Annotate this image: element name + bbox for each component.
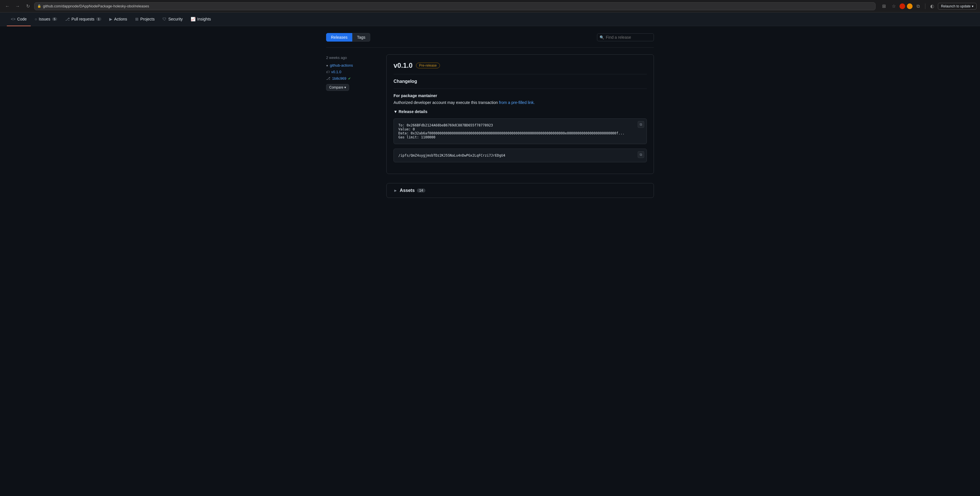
release-header-divider bbox=[393, 74, 647, 74]
nav-security[interactable]: 🛡 Security bbox=[159, 13, 187, 26]
github-icon: ● bbox=[326, 64, 328, 67]
pre-filled-link[interactable]: from a pre-filled link. bbox=[499, 100, 535, 105]
tab-group: Releases Tags bbox=[326, 33, 370, 41]
release-time: 2 weeks ago bbox=[326, 56, 377, 60]
find-release-input[interactable] bbox=[597, 33, 654, 41]
screen-icon[interactable]: ⊞ bbox=[880, 2, 888, 10]
commit-hash[interactable]: 1b8c969 bbox=[332, 76, 346, 81]
assets-header[interactable]: ► Assets 14 bbox=[393, 188, 647, 193]
compare-chevron-icon: ▾ bbox=[344, 85, 346, 89]
nav-actions[interactable]: ▶ Actions bbox=[105, 13, 131, 26]
issues-icon: ○ bbox=[35, 17, 37, 21]
search-icon: 🔍 bbox=[600, 35, 604, 40]
sidebar-commit: ⎇ 1b8c969 ✔ bbox=[326, 76, 377, 81]
extension-orange-icon[interactable] bbox=[907, 3, 913, 9]
tag-icon: 🏷 bbox=[326, 70, 329, 74]
copy-ipfs-button[interactable]: ⧉ bbox=[638, 151, 644, 158]
sidebar-tag[interactable]: 🏷 v0.1.0 bbox=[326, 70, 377, 74]
extension-red-icon[interactable] bbox=[899, 3, 905, 9]
page-content: Releases Tags 🔍 2 weeks ago ● github-act… bbox=[319, 26, 661, 205]
ipfs-hash: /ipfs/QmZ4uygjmsbTDz2KJ5SNaLu4nDwPGx2LqF… bbox=[398, 153, 642, 158]
assets-section: ► Assets 14 bbox=[387, 183, 654, 198]
copy-transaction-button[interactable]: ⧉ bbox=[638, 121, 644, 128]
find-release-wrapper: 🔍 bbox=[597, 33, 654, 41]
release-details-toggle[interactable]: ▼ Release details bbox=[393, 109, 647, 114]
code-icon: <> bbox=[11, 17, 15, 21]
nav-code[interactable]: <> Code bbox=[7, 13, 31, 26]
for-maintainer-text: For package mantainer bbox=[393, 93, 647, 98]
address-bar[interactable]: 🔒 github.com/dappnode/DAppNodePackage-ho… bbox=[34, 2, 875, 10]
assets-title: Assets bbox=[400, 188, 415, 193]
profile-icon[interactable]: ◐ bbox=[928, 2, 936, 10]
nav-issues[interactable]: ○ Issues 5 bbox=[31, 13, 61, 26]
pr-icon: ⎇ bbox=[65, 17, 70, 21]
extensions-icon[interactable]: ⧉ bbox=[914, 2, 922, 10]
release-layout: 2 weeks ago ● github-actions 🏷 v0.1.0 ⎇ … bbox=[326, 54, 654, 174]
insights-icon: 📈 bbox=[191, 17, 196, 21]
transaction-code: To: 0x266BFdb2124A68beB6769dC887BD655f78… bbox=[398, 123, 642, 139]
sidebar-author: ● github-actions bbox=[326, 63, 377, 67]
tab-bar: Releases Tags 🔍 bbox=[326, 33, 654, 41]
assets-chevron-icon: ► bbox=[393, 188, 398, 193]
browser-chrome: ← → ↻ 🔒 github.com/dappnode/DAppNodePack… bbox=[0, 0, 980, 13]
nav-pull-requests[interactable]: ⎇ Pull requests 1 bbox=[61, 13, 105, 26]
browser-toolbar: ⊞ ☆ ⧉ ◐ Relaunch to update ▾ bbox=[880, 2, 977, 10]
code-block-transaction: To: 0x266BFdb2124A68beB6769dC887BD655f78… bbox=[393, 118, 647, 144]
github-nav: <> Code ○ Issues 5 ⎇ Pull requests 1 ▶ A… bbox=[0, 13, 980, 26]
assets-sidebar-spacer bbox=[326, 179, 377, 198]
pre-release-badge: Pre-release bbox=[416, 63, 440, 69]
compare-button[interactable]: Compare ▾ bbox=[326, 84, 349, 91]
commit-check-icon: ✔ bbox=[348, 77, 351, 81]
tags-tab[interactable]: Tags bbox=[352, 33, 370, 41]
lock-icon: 🔒 bbox=[37, 4, 41, 8]
nav-projects[interactable]: ⊞ Projects bbox=[131, 13, 159, 26]
authorized-text: Authorized developer account may execute… bbox=[393, 100, 647, 105]
release-version: v0.1.0 bbox=[393, 62, 413, 70]
projects-icon: ⊞ bbox=[135, 17, 138, 21]
release-sidebar: 2 weeks ago ● github-actions 🏷 v0.1.0 ⎇ … bbox=[326, 54, 377, 174]
release-card: v0.1.0 Pre-release Changelog For package… bbox=[387, 54, 654, 174]
relaunch-button[interactable]: Relaunch to update ▾ bbox=[938, 3, 977, 10]
page-divider bbox=[326, 47, 654, 48]
reload-button[interactable]: ↻ bbox=[24, 2, 32, 10]
forward-button[interactable]: → bbox=[14, 2, 22, 10]
code-block-ipfs: /ipfs/QmZ4uygjmsbTDz2KJ5SNaLu4nDwPGx2LqF… bbox=[393, 148, 647, 162]
assets-row: ► Assets 14 bbox=[326, 179, 654, 198]
issues-badge: 5 bbox=[52, 18, 57, 21]
star-icon[interactable]: ☆ bbox=[890, 2, 898, 10]
commit-icon: ⎇ bbox=[326, 76, 330, 81]
assets-count-badge: 14 bbox=[417, 188, 425, 193]
shield-icon: 🛡 bbox=[162, 17, 167, 21]
changelog-title: Changelog bbox=[393, 79, 647, 84]
releases-tab[interactable]: Releases bbox=[326, 33, 352, 41]
chevron-down-icon: ▾ bbox=[972, 4, 974, 8]
actions-icon: ▶ bbox=[109, 17, 112, 21]
release-header: v0.1.0 Pre-release bbox=[393, 62, 647, 70]
url-text: github.com/dappnode/DAppNodePackage-hole… bbox=[43, 4, 149, 8]
back-button[interactable]: ← bbox=[3, 2, 11, 10]
nav-insights[interactable]: 📈 Insights bbox=[187, 13, 215, 26]
pr-badge: 1 bbox=[96, 18, 101, 21]
